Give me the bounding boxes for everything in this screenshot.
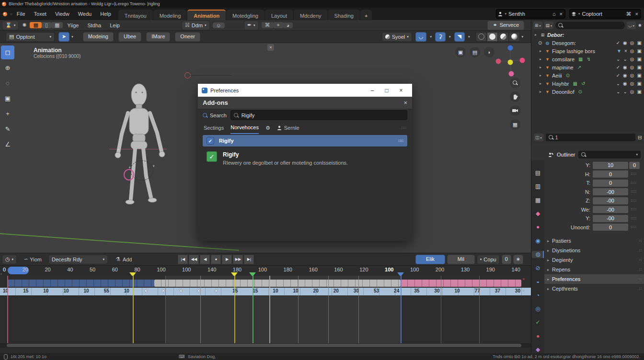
- tool-annotate-icon[interactable]: ✎: [1, 122, 14, 136]
- field-value-input[interactable]: -00: [593, 197, 628, 204]
- toggle-dot-icon[interactable]: ◎: [630, 89, 634, 94]
- field-value-input[interactable]: -00: [593, 215, 628, 222]
- toggle-check-icon[interactable]: ✓: [616, 65, 620, 70]
- camera-view-icon[interactable]: [510, 105, 520, 116]
- toggle-screen-icon[interactable]: ▣: [637, 65, 642, 70]
- field-decorator-icon[interactable]: ∷∷: [628, 199, 640, 203]
- editor-type-dropdown[interactable]: ⌛▾: [2, 21, 19, 30]
- expand-arrow-icon[interactable]: ▸: [538, 57, 543, 61]
- toggle-dot-icon[interactable]: ◎: [630, 81, 634, 86]
- navigation-gizmo[interactable]: [491, 43, 529, 79]
- toggle-eye-icon[interactable]: ◉: [623, 73, 627, 78]
- workspace-tab-animation[interactable]: Animation: [187, 10, 226, 20]
- toggle-eye-icon[interactable]: ◉: [623, 65, 627, 70]
- expand-arrow-icon[interactable]: ▸: [538, 90, 543, 94]
- robot-character[interactable]: [108, 77, 170, 215]
- tab-community[interactable]: Norvehoces: [230, 122, 259, 134]
- section-diysinetions[interactable]: ▸Diysinetions∷: [544, 246, 644, 255]
- properties-editor-dropdown[interactable]: ◫▾: [534, 134, 543, 141]
- toggle-screen-icon[interactable]: ▣: [637, 73, 642, 78]
- tool-select-box-icon[interactable]: ◻: [1, 45, 14, 59]
- preferences-title-bar[interactable]: Preferences – □ ×: [198, 84, 412, 97]
- menu-file[interactable]: File: [12, 9, 30, 19]
- properties-tab-output-icon[interactable]: ▦: [532, 196, 544, 203]
- pan-hand-icon[interactable]: [510, 91, 520, 102]
- properties-options-icon[interactable]: ⊟: [638, 135, 642, 141]
- outliner-row[interactable]: ▸▼mapinine↗✓◉◎▣: [531, 63, 644, 71]
- addon-row-rigify[interactable]: ✓ Rigify ∷∷: [203, 135, 407, 146]
- section-cepthrents[interactable]: ▸Cepthrents∷: [544, 284, 644, 293]
- addons-search-input[interactable]: Rigify: [230, 110, 407, 120]
- menu-help[interactable]: Help: [96, 9, 115, 19]
- proportional-edit-button[interactable]: ⚳: [435, 32, 446, 42]
- timeline-ruler[interactable]: 0202040506080100100140180100180160160120…: [0, 265, 531, 276]
- toggle-check-icon[interactable]: ✓: [616, 40, 620, 45]
- transform-icon[interactable]: ⌘: [262, 22, 274, 28]
- properties-tab-particles-icon[interactable]: ◒: [532, 278, 544, 285]
- shading-material-button[interactable]: [498, 32, 509, 42]
- draw-mode-dropdown[interactable]: ✒▾: [244, 21, 259, 30]
- active-tool-button[interactable]: ➤: [58, 32, 69, 42]
- properties-tab-texture-icon[interactable]: ◆: [532, 346, 544, 353]
- mode-button-oneer[interactable]: Oneer: [175, 32, 200, 42]
- toggle-x-icon[interactable]: ×: [624, 48, 627, 54]
- field-decorator-icon[interactable]: ∷∷: [628, 225, 640, 229]
- scene-name[interactable]: Senthh: [508, 11, 550, 17]
- play-reverse-button[interactable]: ◀: [200, 255, 210, 264]
- mode-ddm-dropdown[interactable]: ☵ Ddm ▾: [182, 21, 210, 30]
- properties-tab-constraints-icon[interactable]: ◎: [532, 305, 544, 312]
- field-value-input[interactable]: -00: [593, 206, 628, 213]
- section-degienty[interactable]: ▸Degienty∷: [544, 255, 644, 265]
- section-repens[interactable]: ▸Repens∷: [544, 265, 644, 274]
- expand-arrow-icon[interactable]: ▸: [538, 73, 543, 78]
- toggle-screen-icon[interactable]: ▣: [637, 40, 642, 45]
- tool-cursor-icon[interactable]: ⊕: [1, 61, 14, 75]
- shading-wireframe-button[interactable]: [476, 32, 487, 42]
- section-pastiers[interactable]: ▸Pastiers∷: [544, 236, 644, 246]
- add-workspace-button[interactable]: +: [360, 10, 372, 20]
- view-layer-selector[interactable]: ▾ Coptoort ⌘ ×: [569, 9, 641, 19]
- timeline-mode-dropdown[interactable]: Decesftr Rdy ▾: [48, 255, 108, 264]
- workspace-tab-layout[interactable]: Layout: [265, 10, 293, 20]
- toggle-chev-icon[interactable]: ⌄: [623, 56, 627, 62]
- toggle-dot-icon[interactable]: ◎: [630, 56, 634, 62]
- keying-elik-button[interactable]: Elik: [415, 255, 445, 264]
- toggle-screen-icon[interactable]: ▣: [637, 56, 642, 62]
- outliner-display-dropdown[interactable]: ▤▾: [544, 22, 554, 29]
- blender-menu-icon[interactable]: [3, 12, 7, 16]
- mode-button-imare[interactable]: IMare: [146, 32, 170, 42]
- outliner-row[interactable]: ▸▼Aeiii⊙✓◉◎▣: [531, 71, 644, 79]
- field-decorator-icon[interactable]: ∷∷: [628, 172, 640, 176]
- properties-tab-view-layer-icon[interactable]: ◆: [532, 210, 544, 217]
- proportional-icon[interactable]: ▩: [30, 22, 41, 28]
- toggle-dot-icon[interactable]: ◎: [630, 40, 634, 45]
- snap-flake-icon[interactable]: ∗: [513, 255, 523, 264]
- zoom-icon[interactable]: [510, 78, 520, 88]
- tab-user[interactable]: Sernle: [277, 125, 299, 131]
- outliner-filter-dropdown[interactable]: ◡▾: [627, 22, 636, 29]
- toggle-dot-icon[interactable]: ◎: [630, 65, 634, 70]
- toggle-dot-icon[interactable]: ◎: [630, 73, 634, 78]
- copy-dropdown[interactable]: ▾ Copu: [477, 255, 500, 264]
- outliner-row[interactable]: ▸▼Fiape lashige bors▼×◎▣: [531, 47, 644, 55]
- toggle-dot-icon[interactable]: ◎: [630, 48, 634, 54]
- outliner-root-row[interactable]: ▸⊞Debor:: [531, 31, 644, 39]
- toggle-chev-icon[interactable]: ⌄: [623, 89, 627, 94]
- workspace-tab-modeling[interactable]: Modeling: [153, 10, 187, 20]
- prev-keyframe-button[interactable]: ◀◀: [189, 255, 199, 264]
- workspace-tab-shading[interactable]: Shading: [328, 10, 360, 20]
- outliner-editor-dropdown[interactable]: ⊞▾: [533, 22, 542, 29]
- workspace-tab-tnntayou[interactable]: Tnntayou: [118, 10, 153, 20]
- toggle-check-icon[interactable]: ✓: [616, 73, 620, 78]
- menu-viedw[interactable]: Viedw: [51, 9, 74, 19]
- outliner-search-input[interactable]: [555, 22, 625, 29]
- section-preferences[interactable]: ▸Preferences∷: [544, 274, 644, 284]
- orient-icon[interactable]: ⌖: [274, 22, 283, 28]
- remove-view-layer-icon[interactable]: ×: [634, 11, 639, 17]
- dopesheet-area[interactable]: 10151010105510×××××151510102020305324353…: [0, 276, 531, 348]
- pivot-icon[interactable]: ▯: [42, 22, 51, 28]
- properties-tab-world-icon[interactable]: ◉: [532, 237, 544, 244]
- field-value-input[interactable]: 0: [593, 224, 628, 231]
- field-decorator-icon[interactable]: ∷∷: [628, 216, 640, 221]
- timeline-scrollbar[interactable]: [0, 343, 531, 348]
